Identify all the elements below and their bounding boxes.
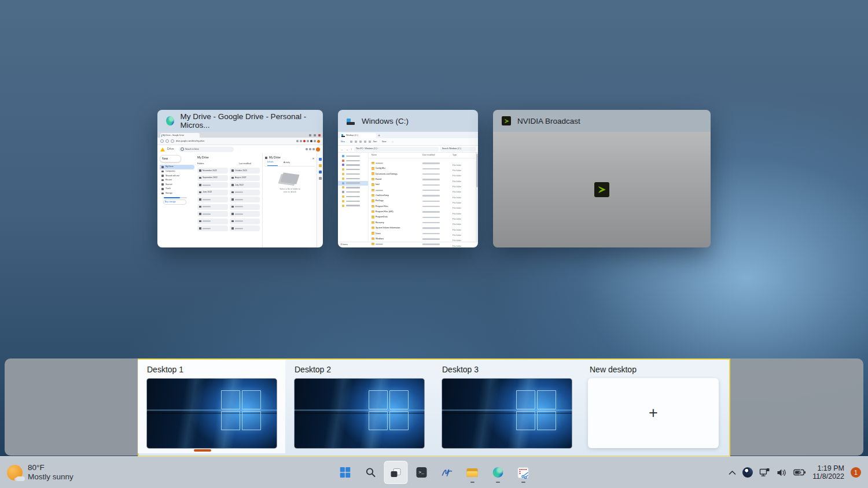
date-modified — [422, 243, 440, 245]
drive-search-box: Search in Drive — [179, 147, 234, 152]
window-thumbnail-windows-c[interactable]: Windows (C:) Windows (C:) + New Sort Vie… — [338, 110, 478, 247]
drive-sidebar-item: Computers — [160, 169, 194, 174]
scrollbar[interactable] — [476, 153, 478, 242]
edge-button[interactable] — [486, 461, 510, 484]
explorer-nav-pane — [338, 153, 369, 242]
sidebar-item-icon — [161, 193, 164, 195]
date-modified — [422, 211, 440, 212]
drive-folder-chip: July 2022 — [230, 182, 260, 188]
drive-folder-chip — [197, 211, 228, 217]
clock[interactable]: 1:19 PM 11/8/2022 — [812, 464, 844, 481]
weather-widget[interactable]: 80°F Mostly sunny — [7, 461, 73, 484]
sidebar-item-icon — [161, 171, 164, 173]
add-on-icon — [319, 177, 322, 180]
desktop-3-card[interactable]: Desktop 3 — [433, 360, 580, 453]
new-desktop-label: New desktop — [590, 365, 637, 374]
sidebar-item-icon — [161, 175, 164, 177]
nav-tree-item — [338, 186, 368, 190]
tab-title: Windows (C:) — [346, 134, 358, 136]
chevron-up-icon[interactable] — [729, 470, 736, 475]
steam-tray-icon[interactable] — [742, 467, 753, 478]
browser-tab: My Drive - Google Drive — [160, 133, 200, 138]
tasks-icon — [319, 171, 322, 173]
drive-main: My Drive Folders Last modified November … — [194, 153, 262, 247]
start-button[interactable] — [333, 461, 357, 484]
notification-badge[interactable]: 1 — [851, 467, 861, 478]
folder-icon — [231, 191, 234, 193]
explorer-command-bar: New Sort View ... — [338, 138, 478, 146]
window-thumbnail-google-drive[interactable]: My Drive - Google Drive - Personal - Mic… — [157, 110, 323, 247]
window-title: My Drive - Google Drive - Personal - Mic… — [181, 112, 314, 130]
date-modified — [422, 201, 440, 202]
folder-icon — [199, 220, 201, 222]
window-title-bar: NVIDIA Broadcast — [493, 110, 711, 132]
drive-sidebar: New My Drive Computers — [157, 153, 194, 247]
explorer-address-bar: ← → ↑ This PC › Windows (C:) › Search Wi… — [338, 146, 478, 153]
cut-icon — [350, 141, 352, 143]
edge-icon — [166, 116, 174, 125]
folder-icon — [372, 200, 374, 202]
task-view-button[interactable] — [384, 461, 408, 484]
search-button[interactable] — [359, 461, 382, 484]
battery-charging-icon[interactable] — [793, 468, 806, 476]
screen-snip-button[interactable] — [512, 461, 535, 484]
drive-folder-chip — [197, 204, 228, 210]
ethernet-icon[interactable] — [759, 468, 770, 477]
terminal-button[interactable]: >_ — [410, 461, 433, 484]
taskbar: 80°F Mostly sunny >_ — [0, 456, 868, 488]
volume-icon[interactable] — [777, 468, 787, 477]
date-modified — [422, 184, 440, 186]
desktop-2-card[interactable]: Desktop 2 — [285, 360, 433, 453]
drive-folder-chip — [230, 225, 260, 231]
scrollbar-thumb[interactable] — [476, 154, 478, 187]
file-explorer-button[interactable] — [461, 461, 484, 484]
nav-tree-item — [338, 176, 368, 181]
folder-icon — [231, 213, 234, 215]
window-thumbnail-nvidia-broadcast[interactable]: NVIDIA Broadcast — [493, 110, 711, 247]
desktop-thumbnail[interactable] — [294, 378, 425, 449]
windows-logo-icon — [340, 467, 350, 478]
task-view-icon — [391, 468, 401, 477]
desktop-1-card[interactable]: Desktop 1 — [138, 360, 285, 453]
drive-explorer-icon — [347, 117, 355, 125]
drive-folder-chip — [230, 190, 260, 195]
folder-icon — [372, 243, 374, 245]
folder-icon — [372, 232, 374, 234]
desktop-thumbnail[interactable] — [146, 378, 277, 449]
refresh-icon — [171, 139, 174, 143]
explorer-file-list: Name Date modified Type — [369, 153, 478, 242]
nav-tree-item — [338, 167, 368, 172]
folder-icon — [231, 227, 234, 229]
folder-icon — [372, 179, 374, 180]
calendar-icon — [319, 158, 322, 161]
ink-scribble-app-button[interactable] — [435, 461, 459, 484]
date-modified — [422, 179, 440, 180]
new-desktop-button[interactable]: + — [588, 378, 719, 448]
drive-sidebar-item: My Drive — [160, 165, 194, 169]
nav-tree-item — [338, 172, 368, 176]
tray-date: 11/8/2022 — [812, 472, 844, 481]
extension-icons — [296, 140, 320, 143]
folder-icon — [231, 184, 234, 186]
date-modified — [422, 195, 440, 196]
avatar — [316, 147, 320, 151]
folder-icon — [372, 216, 374, 218]
folder-grid: November 2022 October 2022 September 202… — [197, 168, 260, 231]
drive-header-icons — [306, 147, 320, 151]
desktop-thumbnail[interactable] — [442, 378, 572, 449]
ink-scribble-icon — [441, 467, 453, 478]
folder-icon — [372, 206, 374, 208]
date-modified — [422, 227, 440, 228]
mostly-sunny-icon — [7, 465, 23, 480]
folder-icon — [372, 222, 374, 224]
sidebar-item-icon — [161, 188, 164, 190]
weather-temp: 80°F — [28, 463, 73, 472]
tab-title: My Drive - Google Drive — [163, 134, 184, 136]
drive-folder-chip — [230, 211, 260, 217]
explorer-tab: Windows (C:) — [340, 133, 376, 138]
details-illustration — [280, 172, 299, 184]
new-desktop-card[interactable]: New desktop + — [580, 360, 728, 453]
rename-icon — [364, 141, 366, 143]
window-title-bar: My Drive - Google Drive - Personal - Mic… — [157, 110, 323, 132]
tree-item-icon — [342, 168, 344, 171]
